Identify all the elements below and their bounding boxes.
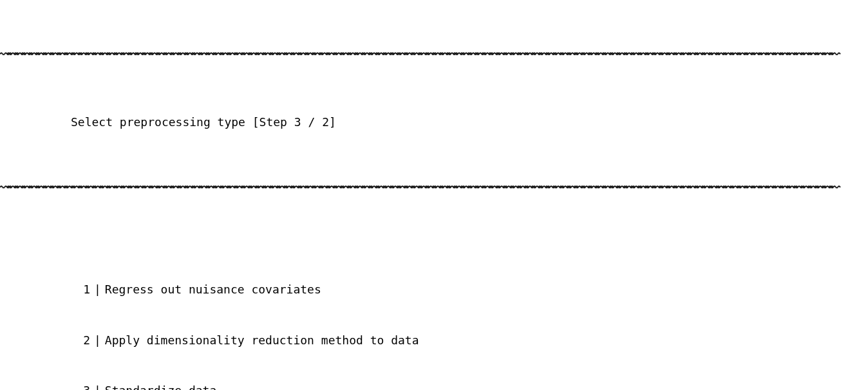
menu-sep: |: [90, 382, 105, 390]
menu-sep: |: [90, 281, 105, 298]
menu-num: 1: [0, 281, 90, 298]
menu-num: 3: [0, 382, 90, 390]
terminal-screen: Select preprocessing type [Step 3 / 2] 1…: [0, 0, 868, 390]
menu-header-title: Select preprocessing type [Step 3 / 2]: [0, 111, 868, 133]
menu-label: Standardize data: [105, 382, 216, 390]
menu-num: 2: [0, 332, 90, 349]
menu-item-1[interactable]: 1|Regress out nuisance covariates: [0, 281, 868, 298]
menu-list: 1|Regress out nuisance covariates 2|Appl…: [0, 244, 868, 390]
wave-divider-bottom: [0, 183, 868, 194]
menu-item-3[interactable]: 3|Standardize data: [0, 382, 868, 390]
menu-item-2[interactable]: 2|Apply dimensionality reduction method …: [0, 332, 868, 349]
menu-sep: |: [90, 332, 105, 349]
wave-divider-top: [0, 50, 868, 60]
menu-label: Apply dimensionality reduction method to…: [105, 332, 419, 349]
menu-label: Regress out nuisance covariates: [105, 281, 321, 298]
